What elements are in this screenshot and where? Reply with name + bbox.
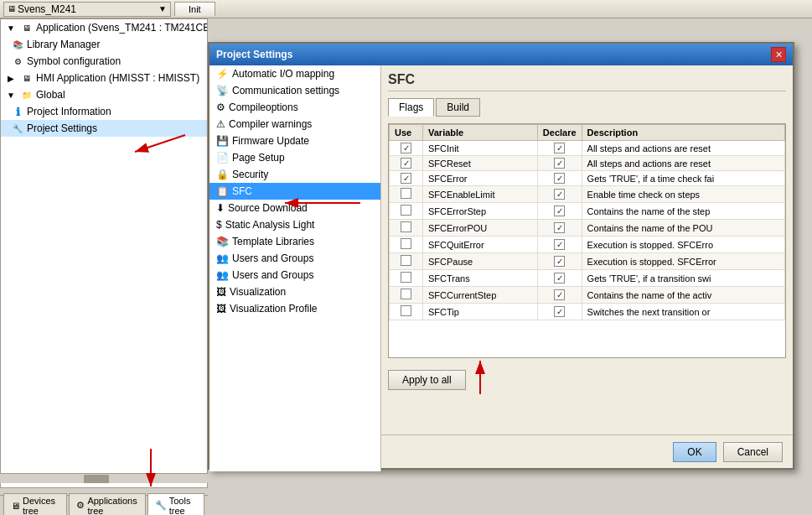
sidebar-item-comm-settings[interactable]: 📡 Communication settings (209, 82, 380, 99)
variable-cell: SFCEnableLimit (423, 186, 538, 203)
ok-button[interactable]: OK (673, 442, 716, 462)
sidebar-item-firmware[interactable]: 💾 Firmware Update (209, 133, 380, 149)
declare-cell[interactable] (537, 304, 582, 320)
dropdown-icon: ▼ (158, 4, 167, 13)
sidebar-item-compile-options[interactable]: ⚙ Compileoptions (209, 99, 380, 116)
use-cell[interactable] (390, 203, 423, 220)
apply-to-all-button[interactable]: Apply to all (388, 370, 466, 390)
use-cell[interactable] (390, 186, 423, 203)
hmi-icon: 🖥 (20, 71, 34, 85)
tree-item-hmi[interactable]: ▶ 🖥 HMI Application (HMISST : HMISST) (1, 70, 207, 86)
sidebar-item-users-groups-2[interactable]: 👥 Users and Groups (209, 267, 380, 284)
use-cell[interactable] (390, 287, 423, 304)
use-checkbox[interactable] (401, 205, 411, 216)
arrow-to-sfc (277, 190, 377, 216)
modal-close-button[interactable]: ✕ (771, 47, 786, 62)
cancel-button[interactable]: Cancel (723, 442, 783, 462)
devices-tab[interactable]: 🖥 Devices tree (3, 493, 67, 516)
use-checkbox[interactable] (401, 221, 411, 232)
use-checkbox[interactable] (401, 272, 411, 283)
firmware-icon: 💾 (216, 135, 229, 147)
use-checkbox[interactable] (401, 255, 411, 266)
declare-checkbox[interactable] (554, 306, 565, 317)
col-variable: Variable (423, 125, 538, 141)
sfc-table[interactable]: Use Variable Declare Description SFCInit… (388, 123, 786, 358)
tree-item-project-info[interactable]: ℹ Project Information (1, 103, 207, 120)
sidebar-item-security[interactable]: 🔒 Security (209, 166, 380, 183)
template-icon: 📚 (216, 236, 229, 247)
declare-checkbox[interactable] (554, 239, 565, 250)
tree-item-symbol[interactable]: ⚙ Symbol configuration (1, 53, 207, 70)
declare-cell[interactable] (537, 253, 582, 270)
use-cell[interactable] (390, 270, 423, 287)
warning-icon: ⚠ (216, 118, 225, 130)
use-checkbox[interactable] (401, 289, 411, 299)
description-cell: All steps and actions are reset (582, 156, 784, 171)
declare-cell[interactable] (537, 186, 582, 203)
use-cell[interactable] (390, 304, 423, 320)
use-cell[interactable] (390, 220, 423, 237)
use-cell[interactable] (390, 156, 423, 171)
scrollbar-thumb[interactable] (84, 475, 109, 483)
use-cell[interactable] (390, 237, 423, 253)
flags-tab[interactable]: Flags (388, 98, 434, 117)
compile-icon: ⚙ (216, 101, 225, 113)
declare-checkbox[interactable] (554, 205, 565, 216)
declare-checkbox[interactable] (554, 222, 565, 233)
use-checkbox[interactable] (401, 238, 411, 249)
declare-cell[interactable] (537, 156, 582, 171)
declare-cell[interactable] (537, 171, 582, 186)
sidebar-item-compiler-warnings[interactable]: ⚠ Compiler warnings (209, 116, 380, 133)
sidebar-item-page-setup[interactable]: 📄 Page Setup (209, 149, 380, 166)
declare-cell[interactable] (537, 203, 582, 220)
declare-checkbox[interactable] (554, 256, 565, 267)
declare-checkbox[interactable] (554, 158, 565, 169)
description-cell: Contains the name of the POU (582, 220, 784, 237)
use-cell[interactable] (390, 171, 423, 186)
sidebar-item-template-libs[interactable]: 📚 Template Libraries (209, 233, 380, 250)
sidebar-item-users-groups-1[interactable]: 👥 Users and Groups (209, 250, 380, 267)
use-cell[interactable] (390, 141, 423, 156)
variable-cell: SFCQuitError (423, 237, 538, 253)
declare-checkbox[interactable] (554, 143, 565, 153)
declare-checkbox[interactable] (554, 273, 565, 284)
tools-tab[interactable]: 🔧 Tools tree (147, 493, 204, 516)
sidebar-item-visualization[interactable]: 🖼 Visualization (209, 284, 380, 300)
global-label: Global (36, 89, 65, 101)
tree-item-library[interactable]: 📚 Library Manager (1, 36, 207, 53)
app-selector[interactable]: 🖥 Svens_M241 ▼ (3, 2, 171, 17)
use-checkbox[interactable] (401, 188, 411, 199)
applications-tab[interactable]: ⚙ Applications tree (69, 493, 145, 516)
declare-checkbox[interactable] (554, 189, 565, 200)
declare-cell[interactable] (537, 270, 582, 287)
sidebar-item-viz-profile[interactable]: 🖼 Visualization Profile (209, 300, 380, 317)
declare-checkbox[interactable] (554, 173, 565, 184)
col-declare: Declare (537, 125, 582, 141)
build-tab[interactable]: Build (436, 98, 480, 117)
table-row: SFCEnableLimitEnable time check on steps (390, 186, 785, 203)
declare-cell[interactable] (537, 141, 582, 156)
use-checkbox[interactable] (401, 143, 411, 153)
declare-cell[interactable] (537, 220, 582, 237)
sidebar-item-auto-io[interactable]: ⚡ Automatic I/O mapping (209, 65, 380, 82)
viz-icon: 🖼 (216, 286, 226, 298)
variable-cell: SFCTrans (423, 270, 538, 287)
declare-cell[interactable] (537, 287, 582, 304)
table-row: SFCErrorPOUContains the name of the POU (390, 220, 785, 237)
horizontal-scrollbar[interactable] (0, 473, 208, 483)
declare-checkbox[interactable] (554, 289, 565, 300)
init-tab[interactable]: Init (174, 2, 215, 16)
tree-item-global[interactable]: ▼ 📁 Global (1, 86, 207, 103)
use-checkbox[interactable] (401, 173, 411, 184)
table-row: SFCErrorStepContains the name of the ste… (390, 203, 785, 220)
app-node-label: Application (Svens_TM241 : TM241CEC24T/U… (36, 22, 208, 34)
declare-cell[interactable] (537, 237, 582, 253)
sidebar-item-static-analysis[interactable]: $ Static Analysis Light (209, 216, 380, 233)
use-checkbox[interactable] (401, 305, 411, 316)
use-checkbox[interactable] (401, 158, 411, 169)
table-row: SFCPauseExecution is stopped. SFCError (390, 253, 785, 270)
table-row: SFCResetAll steps and actions are reset (390, 156, 785, 171)
tree-item-app[interactable]: ▼ 🖥 Application (Svens_TM241 : TM241CEC2… (1, 19, 207, 36)
library-icon: 📚 (11, 38, 24, 51)
use-cell[interactable] (390, 253, 423, 270)
